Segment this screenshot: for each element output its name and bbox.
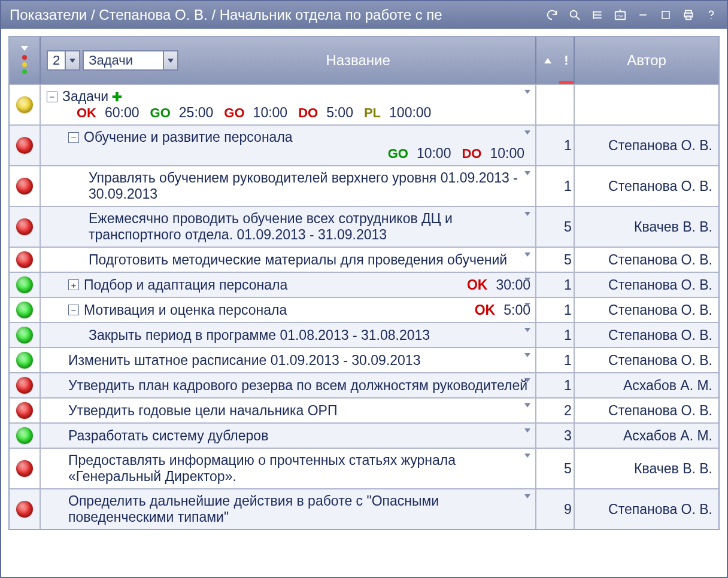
stat-time: 100:00 [389, 105, 431, 121]
traffic-green-icon [22, 69, 27, 74]
maximize-icon[interactable] [659, 8, 673, 22]
help-icon[interactable] [704, 8, 718, 22]
name-cell: Определить дальнейшие действия в работе … [41, 489, 536, 529]
collapse-icon[interactable]: − [47, 92, 57, 102]
name-column-label[interactable]: Название [181, 52, 535, 69]
row-menu-icon[interactable] [524, 212, 530, 216]
level-value: 2 [48, 53, 65, 68]
status-cell [10, 248, 41, 272]
svg-rect-9 [662, 11, 669, 19]
task-name: Утвердить план кадрового резерва по всем… [68, 378, 527, 394]
table-row[interactable]: Подготовить методические материалы для п… [10, 247, 718, 272]
row-menu-icon[interactable] [524, 328, 530, 332]
collapse-icon[interactable]: − [68, 132, 79, 143]
row-menu-icon[interactable] [524, 303, 530, 307]
grid-header: 2 Задачи Название ! [10, 37, 718, 84]
table-row[interactable]: Определить дальнейшие действия в работе … [10, 488, 718, 529]
header-author-column[interactable]: Автор [575, 37, 718, 84]
inline-stats: OK5:00 [468, 302, 530, 318]
table-row[interactable]: −Задачи✚OK60:00GO25:00GO10:00DO5:00PL100… [10, 84, 718, 124]
table-row[interactable]: Разработать систему дублеров3Асхабов А. … [10, 422, 718, 448]
status-green-icon [16, 427, 33, 444]
table-row[interactable]: Утвердить годовые цели начальника ОРП2Ст… [10, 397, 718, 422]
status-red-icon [16, 137, 33, 154]
author-cell: Квачев В. В. [575, 449, 718, 488]
row-menu-icon[interactable] [524, 90, 530, 94]
status-cell [10, 323, 41, 347]
table-row[interactable]: Изменить штатное расписание 01.09.2013 -… [10, 347, 718, 372]
author-cell: Степанова О. В. [575, 489, 718, 529]
level-select[interactable]: 2 [47, 50, 80, 71]
table-row[interactable]: Управлять обучением руководителей верхне… [10, 165, 718, 206]
priority-cell: 1 [559, 373, 575, 397]
name-cell: Изменить штатное расписание 01.09.2013 -… [41, 348, 536, 372]
row-menu-icon[interactable] [524, 378, 530, 382]
task-name: Ежемесячно проводить обучение всех сотру… [89, 211, 530, 243]
expand-icon[interactable]: + [68, 279, 79, 290]
stat-code: GO [224, 105, 244, 121]
row-menu-icon[interactable] [524, 278, 530, 282]
priority-cell: 1 [559, 273, 575, 297]
priority-cell: 1 [559, 298, 575, 322]
table-row[interactable]: −Мотивация и оценка персоналаOK5:001Степ… [10, 297, 718, 322]
task-name: Подбор и адаптация персонала [84, 277, 287, 293]
row-menu-icon[interactable] [524, 454, 530, 458]
priority-cell: 2 [559, 398, 575, 422]
type-select[interactable]: Задачи [83, 50, 178, 71]
row-menu-icon[interactable] [524, 171, 530, 175]
task-name: Изменить штатное расписание 01.09.2013 -… [68, 352, 420, 369]
header-status-column[interactable] [10, 37, 41, 84]
type-dropdown-button[interactable] [163, 51, 177, 69]
table-row[interactable]: Ежемесячно проводить обучение всех сотру… [10, 206, 718, 247]
svg-point-13 [711, 18, 712, 19]
app-window: Показатели / Степанова О. В. / Начальник… [0, 0, 728, 578]
stat-code: GO [150, 105, 171, 121]
row-menu-icon[interactable] [524, 130, 530, 135]
name-cell: Закрыть период в программе 01.08.2013 - … [41, 323, 536, 347]
table-row[interactable]: Утвердить план кадрового резерва по всем… [10, 372, 718, 397]
stat-code: OK [77, 105, 96, 121]
author-cell: Степанова О. В. [575, 126, 718, 165]
table-row[interactable]: Закрыть период в программе 01.08.2013 - … [10, 322, 718, 347]
status-cell [10, 126, 41, 165]
grid-body: −Задачи✚OK60:00GO25:00GO10:00DO5:00PL100… [10, 84, 718, 529]
row-menu-icon[interactable] [524, 428, 530, 433]
stat-code: GO [388, 146, 408, 162]
status-cell [10, 424, 41, 448]
header-name-column: 2 Задачи Название [41, 37, 536, 84]
list-icon[interactable] [590, 8, 605, 22]
name-cell: Утвердить годовые цели начальника ОРП [41, 398, 536, 422]
status-red-icon [16, 251, 33, 268]
row-menu-icon[interactable] [524, 353, 530, 357]
priority-cell: 9 [559, 489, 575, 529]
priority-cell: 1 [559, 348, 575, 372]
collapse-icon[interactable]: − [68, 305, 79, 315]
row-menu-icon[interactable] [524, 253, 530, 257]
header-priority-column[interactable]: ! [559, 37, 575, 84]
refresh-icon[interactable] [545, 8, 559, 22]
row-menu-icon[interactable] [524, 494, 530, 498]
spacer-cell [536, 398, 559, 422]
stats-line: GO10:00DO10:00 [68, 145, 530, 162]
table-row[interactable]: +Подбор и адаптация персоналаOK30:001Сте… [10, 272, 718, 297]
table-row[interactable]: Предоставлять информацию о прочтенных ст… [10, 448, 718, 488]
priority-cell: 1 [559, 166, 575, 206]
author-cell: Степанова О. В. [575, 248, 718, 272]
csv-export-icon[interactable]: csv [613, 8, 627, 22]
priority-cell: 1 [559, 126, 575, 165]
header-sort-column[interactable] [536, 37, 559, 84]
search-icon[interactable] [568, 8, 582, 22]
spacer-cell [536, 449, 559, 488]
stat-code: OK [475, 302, 496, 318]
priority-sort-indicator [559, 81, 574, 84]
minimize-icon[interactable] [636, 8, 650, 22]
type-value: Задачи [84, 53, 163, 68]
level-dropdown-button[interactable] [65, 51, 79, 69]
status-cell [10, 207, 41, 247]
svg-point-0 [571, 11, 577, 17]
add-task-icon[interactable]: ✚ [112, 90, 122, 104]
table-row[interactable]: −Обучение и развитие персоналаGO10:00DO1… [10, 124, 718, 165]
spacer-cell [536, 298, 559, 322]
print-icon[interactable] [681, 8, 696, 22]
row-menu-icon[interactable] [524, 403, 530, 407]
